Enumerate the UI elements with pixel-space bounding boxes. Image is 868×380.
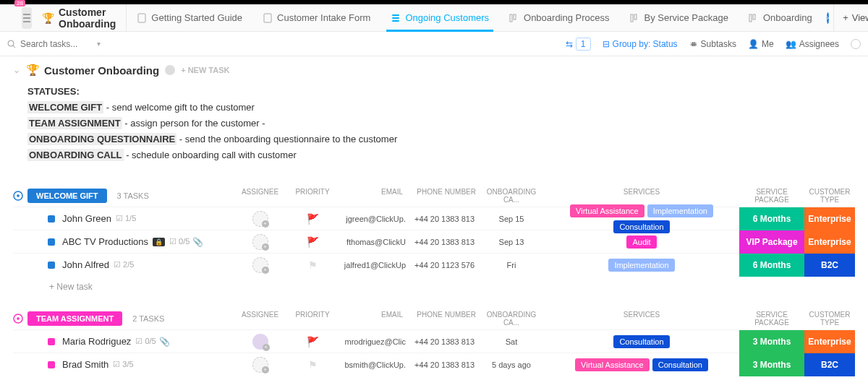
service-tag[interactable]: Consultation <box>613 335 669 348</box>
list-name[interactable]: 🏆 Customer Onboarding <box>26 64 159 77</box>
services-cell[interactable]: Virtual AssistanceImplementationConsulta… <box>544 204 739 233</box>
task-name[interactable]: John Alfred <box>62 259 109 270</box>
services-cell[interactable]: Audit <box>544 236 739 249</box>
search-input[interactable] <box>20 39 93 49</box>
me-button[interactable]: 👤Me <box>748 39 774 49</box>
assignees-button[interactable]: 👥Assignees <box>786 39 839 49</box>
page-title[interactable]: 🏆 Customer Onboarding <box>32 4 127 31</box>
group-name-badge[interactable]: WELCOME GIFT <box>27 189 107 203</box>
attachment-icon[interactable]: 📎 <box>192 237 203 247</box>
customer-type-badge[interactable]: Enterprise <box>804 330 855 353</box>
phone-cell[interactable]: +44 20 1383 813 <box>410 215 479 223</box>
search[interactable]: ▾ <box>7 39 130 49</box>
email-cell[interactable]: bsmith@ClickUp. <box>338 360 410 369</box>
onboarding-call-cell[interactable]: Sep 13 <box>479 238 544 246</box>
package-badge[interactable]: 6 Months <box>739 254 804 277</box>
show-closed-toggle[interactable] <box>851 39 861 49</box>
task-row[interactable]: ABC TV Productions 🔒 ☑ 0/5 📎 🚩 fthomas@C… <box>13 230 855 253</box>
phone-cell[interactable]: +44 20 1383 813 <box>410 337 479 346</box>
task-row[interactable]: John Green ☑ 1/5 🚩 jgreen@ClickUp. +44 2… <box>13 207 855 230</box>
chevron-down-icon[interactable]: ▾ <box>97 40 101 48</box>
add-view-button[interactable]: +View <box>833 4 868 31</box>
status-square-icon[interactable] <box>48 238 55 246</box>
onboarding-call-cell[interactable]: 5 days ago <box>479 360 544 369</box>
email-cell[interactable]: fthomas@ClickU <box>338 238 410 246</box>
phone-cell[interactable]: +44 20 1383 813 <box>410 238 479 246</box>
subtasks-button[interactable]: ⩩Subtasks <box>689 39 736 49</box>
col-priority[interactable]: PRIORITY <box>287 311 338 327</box>
service-tag[interactable]: Implementation <box>608 259 674 272</box>
email-cell[interactable]: mrodriguez@Clic <box>338 337 410 346</box>
customer-type-badge[interactable]: Enterprise <box>804 207 855 230</box>
notification-badge[interactable]: 28 <box>14 0 25 7</box>
tab-getting-started[interactable]: Getting Started Guide <box>127 4 252 31</box>
priority-cell[interactable]: 🚩 <box>287 213 338 225</box>
col-type[interactable]: CUSTOMER TYPE <box>804 188 855 204</box>
assignee-avatar[interactable] <box>252 211 268 227</box>
new-task-button[interactable]: + NEW TASK <box>181 66 229 74</box>
tab-overflow-button[interactable]: › <box>827 12 829 24</box>
customer-type-badge[interactable]: B2C <box>804 254 855 277</box>
col-assignee[interactable]: ASSIGNEE <box>233 188 287 204</box>
services-cell[interactable]: Virtual AssistanceConsultation <box>544 358 739 371</box>
tab-intake-form[interactable]: Customer Intake Form <box>252 4 380 31</box>
filter-button[interactable]: ⇆1 <box>566 38 591 51</box>
col-phone[interactable]: PHONE NUMBER <box>410 311 479 327</box>
group-name-badge[interactable]: TEAM ASSIGNMENT <box>27 311 122 326</box>
service-tag[interactable]: Consultation <box>652 358 708 371</box>
tab-onboarding-process[interactable]: Onboarding Process <box>499 4 620 31</box>
service-tag[interactable]: Implementation <box>647 204 713 217</box>
status-square-icon[interactable] <box>48 338 55 345</box>
col-services[interactable]: SERVICES <box>544 188 739 204</box>
col-assignee[interactable]: ASSIGNEE <box>233 311 287 327</box>
email-cell[interactable]: jgreen@ClickUp. <box>338 215 410 223</box>
phone-cell[interactable]: +44 20 1123 576 <box>410 261 479 269</box>
group-toggle[interactable] <box>13 191 23 201</box>
subtask-count[interactable]: ☑ 0/5 <box>169 237 190 246</box>
onboarding-call-cell[interactable]: Sep 15 <box>479 215 544 223</box>
subtask-count[interactable]: ☑ 1/5 <box>116 214 136 223</box>
priority-cell[interactable]: 🚩 <box>287 336 338 347</box>
service-tag[interactable]: Audit <box>626 236 656 249</box>
col-phone[interactable]: PHONE NUMBER <box>410 188 479 204</box>
task-row[interactable]: Maria Rodriguez ☑ 0/5 📎 🚩 mrodriguez@Cli… <box>13 329 855 353</box>
task-name[interactable]: Maria Rodriguez <box>62 336 131 347</box>
service-tag[interactable]: Virtual Assistance <box>575 358 650 371</box>
col-priority[interactable]: PRIORITY <box>287 188 338 204</box>
onboarding-call-cell[interactable]: Sat <box>479 337 544 346</box>
col-package[interactable]: SERVICE PACKAGE <box>739 311 804 327</box>
customer-type-badge[interactable]: Enterprise <box>804 230 855 254</box>
priority-cell[interactable]: 🚩 <box>287 236 338 248</box>
task-name[interactable]: Brad Smith <box>62 359 109 370</box>
status-square-icon[interactable] <box>48 215 55 223</box>
onboarding-call-cell[interactable]: Fri <box>479 261 544 269</box>
status-square-icon[interactable] <box>48 262 55 269</box>
collapse-all-button[interactable]: ⌄ <box>13 65 20 75</box>
col-package[interactable]: SERVICE PACKAGE <box>739 188 804 204</box>
customer-type-badge[interactable]: B2C <box>804 353 855 376</box>
task-row[interactable]: Brad Smith ☑ 3/5 ⚑ bsmith@ClickUp. +44 2… <box>13 353 855 376</box>
new-task-button[interactable]: + New task <box>13 276 855 295</box>
col-call[interactable]: ONBOARDING CA... <box>479 188 544 204</box>
assignee-avatar[interactable] <box>252 234 268 250</box>
col-email[interactable]: EMAIL <box>338 311 410 327</box>
tab-service-package[interactable]: By Service Package <box>620 4 739 31</box>
assignee-avatar[interactable] <box>252 334 268 350</box>
package-badge[interactable]: 3 Months <box>739 330 804 353</box>
task-name[interactable]: ABC TV Productions <box>62 236 148 247</box>
tab-onboarding[interactable]: Onboarding <box>739 4 822 31</box>
col-services[interactable]: SERVICES <box>544 311 739 327</box>
services-cell[interactable]: Implementation <box>544 259 739 272</box>
package-badge[interactable]: 3 Months <box>739 353 804 376</box>
col-email[interactable]: EMAIL <box>338 188 410 204</box>
tab-ongoing-customers[interactable]: Ongoing Customers <box>380 4 499 31</box>
assignee-avatar[interactable] <box>252 257 268 273</box>
email-cell[interactable]: jalfred1@ClickUp <box>338 261 410 269</box>
group-toggle[interactable] <box>13 314 23 324</box>
attachment-icon[interactable]: 📎 <box>159 337 170 347</box>
priority-cell[interactable]: ⚑ <box>287 359 338 371</box>
phone-cell[interactable]: +44 20 1383 813 <box>410 360 479 369</box>
list-info-button[interactable] <box>165 65 175 75</box>
priority-cell[interactable]: ⚑ <box>287 259 338 271</box>
package-badge[interactable]: VIP Package <box>739 230 804 254</box>
